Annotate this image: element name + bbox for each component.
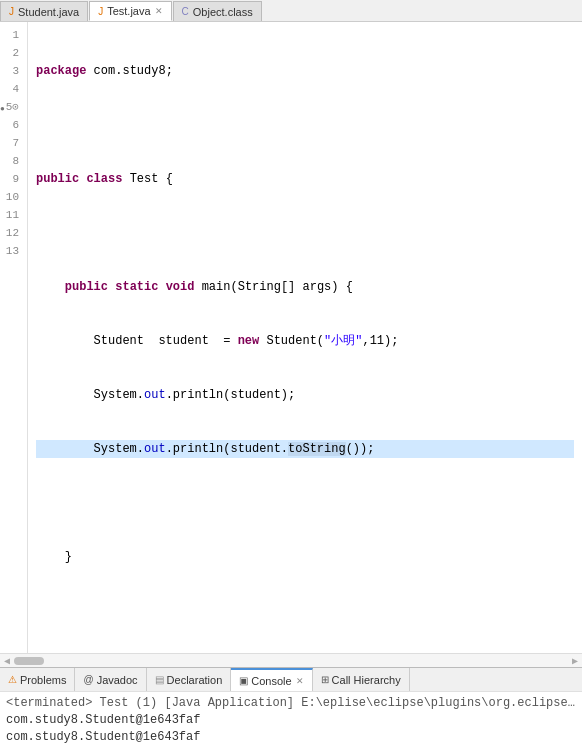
code-line-3: public class Test { xyxy=(36,170,574,188)
code-editor: 1 2 3 4 5⊙ 6 7 8 9 10 11 12 13 package c… xyxy=(0,22,582,667)
problems-label: Problems xyxy=(20,674,66,686)
tab-declaration[interactable]: ▤ Declaration xyxy=(147,668,232,692)
line-num-1: 1 xyxy=(2,26,23,44)
javadoc-label: Javadoc xyxy=(97,674,138,686)
line-num-6: 6 xyxy=(2,116,23,134)
console-label: Console xyxy=(251,675,291,687)
line-num-10: 10 xyxy=(2,188,23,206)
code-content[interactable]: package com.study8; public class Test { … xyxy=(28,22,582,653)
declaration-label: Declaration xyxy=(167,674,223,686)
tab-object-class[interactable]: C Object.class xyxy=(173,1,262,21)
scroll-right-icon[interactable]: ▶ xyxy=(572,655,578,667)
console-output: <terminated> Test (1) [Java Application]… xyxy=(0,691,582,749)
class-file-icon: C xyxy=(182,6,189,17)
tab-label: Student.java xyxy=(18,6,79,18)
console-icon: ▣ xyxy=(239,675,248,686)
line-num-5: 5⊙ xyxy=(2,98,23,116)
tab-label: Test.java xyxy=(107,5,150,17)
code-line-6: Student student = new Student("小明",11); xyxy=(36,332,574,350)
line-num-7: 7 xyxy=(2,134,23,152)
console-terminated-line: <terminated> Test (1) [Java Application]… xyxy=(6,695,576,712)
tab-test-java[interactable]: J Test.java ✕ xyxy=(89,1,171,21)
tab-console[interactable]: ▣ Console ✕ xyxy=(231,668,312,692)
line-num-12: 12 xyxy=(2,224,23,242)
line-num-2: 2 xyxy=(2,44,23,62)
scroll-thumb[interactable] xyxy=(14,657,44,665)
code-line-1: package com.study8; xyxy=(36,62,574,80)
line-num-4: 4 xyxy=(2,80,23,98)
code-scroll-container[interactable]: 1 2 3 4 5⊙ 6 7 8 9 10 11 12 13 package c… xyxy=(0,22,582,653)
declaration-icon: ▤ xyxy=(155,674,164,685)
editor-tab-bar: J Student.java J Test.java ✕ C Object.cl… xyxy=(0,0,582,22)
code-line-5: public static void main(String[] args) { xyxy=(36,278,574,296)
code-line-2 xyxy=(36,116,574,134)
tab-close-icon[interactable]: ✕ xyxy=(155,6,163,16)
horizontal-scrollbar[interactable]: ◀ ▶ xyxy=(0,653,582,667)
console-output-line-1: com.study8.Student@1e643faf xyxy=(6,712,576,729)
console-output-line-2: com.study8.Student@1e643faf xyxy=(6,729,576,746)
line-numbers: 1 2 3 4 5⊙ 6 7 8 9 10 11 12 13 xyxy=(0,22,28,653)
line-num-8: 8 xyxy=(2,152,23,170)
line-num-13: 13 xyxy=(2,242,23,260)
javadoc-icon: @ xyxy=(83,674,93,685)
tab-problems[interactable]: ⚠ Problems xyxy=(0,668,75,692)
java-file-icon: J xyxy=(9,6,14,17)
code-line-10: } xyxy=(36,548,574,566)
tab-label: Object.class xyxy=(193,6,253,18)
console-close-icon[interactable]: ✕ xyxy=(296,676,304,686)
code-line-9 xyxy=(36,494,574,512)
scroll-left-icon[interactable]: ◀ xyxy=(4,655,10,667)
tab-student-java[interactable]: J Student.java xyxy=(0,1,88,21)
java-file-icon-2: J xyxy=(98,6,103,17)
code-line-4 xyxy=(36,224,574,242)
call-hierarchy-icon: ⊞ xyxy=(321,674,329,685)
code-line-8: System.out.println(student.toString()); xyxy=(36,440,574,458)
call-hierarchy-label: Call Hierarchy xyxy=(332,674,401,686)
bottom-tab-bar: ⚠ Problems @ Javadoc ▤ Declaration ▣ Con… xyxy=(0,667,582,691)
tab-javadoc[interactable]: @ Javadoc xyxy=(75,668,146,692)
line-num-9: 9 xyxy=(2,170,23,188)
problems-icon: ⚠ xyxy=(8,674,17,685)
code-line-7: System.out.println(student); xyxy=(36,386,574,404)
tab-call-hierarchy[interactable]: ⊞ Call Hierarchy xyxy=(313,668,410,692)
line-num-11: 11 xyxy=(2,206,23,224)
code-line-11 xyxy=(36,602,574,620)
line-num-3: 3 xyxy=(2,62,23,80)
